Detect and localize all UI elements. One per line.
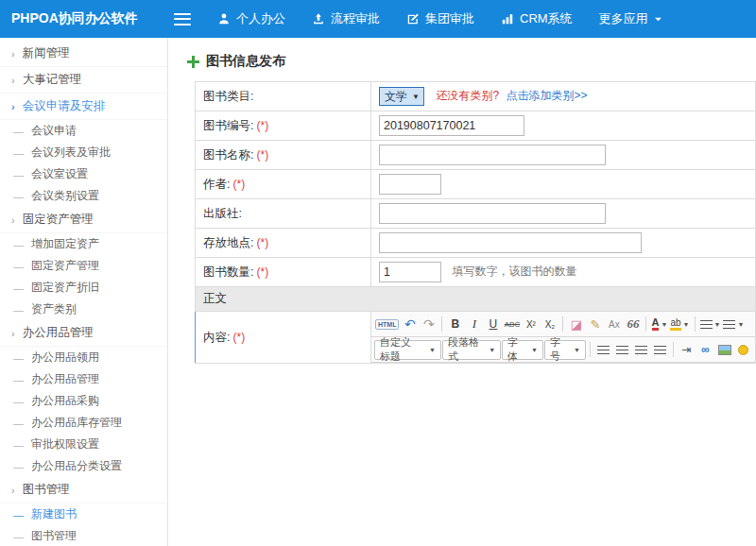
sidebar-item[interactable]: —会议类别设置 <box>0 185 167 207</box>
align-left-button[interactable] <box>594 340 612 359</box>
sidebar-item[interactable]: —办公用品库存管理 <box>0 412 167 434</box>
required-mark: (*) <box>232 331 245 344</box>
align-center-button[interactable] <box>613 340 631 359</box>
formatbrush-button[interactable]: ✎ <box>586 315 604 333</box>
field-label: 图书名称: <box>203 148 253 162</box>
sidebar-item[interactable]: ›图书管理 <box>0 477 167 503</box>
nav-process-approval[interactable]: 流程审批 <box>312 10 380 27</box>
eraser-button[interactable]: ◪ <box>567 315 585 333</box>
italic-button[interactable]: I <box>465 315 483 333</box>
category-selected-value: 文学 <box>385 89 407 105</box>
nav-personal-office[interactable]: 个人办公 <box>217 10 285 27</box>
location-input[interactable] <box>379 232 642 253</box>
ordered-list-button[interactable]: ▼ <box>722 315 745 333</box>
nav-crm-system[interactable]: CRM系统 <box>501 10 573 27</box>
editor-toolbar-row1: HTML↶↷BIUABCX²X₂◪✎Ax66A▼ab▼▼▼ <box>371 312 755 337</box>
font-size-select[interactable]: 字号▼ <box>544 340 586 360</box>
form-row-author: 作者:(*) <box>196 170 756 199</box>
arrow-icon: › <box>11 48 15 60</box>
form-row-book-name: 图书名称:(*) <box>196 141 756 170</box>
bold-button[interactable]: B <box>446 315 464 333</box>
sidebar-item[interactable]: —图书管理 <box>0 525 167 546</box>
dash-icon: — <box>13 461 24 472</box>
top-navigation: 个人办公流程审批集团审批CRM系统更多应用 <box>217 10 662 27</box>
underline-button[interactable]: U <box>484 315 502 333</box>
page-title-bar: 图书信息发布 <box>168 38 756 81</box>
dash-icon: — <box>13 261 24 272</box>
arrow-icon: › <box>11 75 15 86</box>
sidebar-item[interactable]: ›办公用品管理 <box>0 320 167 347</box>
backcolor-button[interactable]: ab▼ <box>669 315 690 333</box>
sidebar-item[interactable]: —固定资产管理 <box>0 255 167 277</box>
align-right-button[interactable] <box>632 340 650 359</box>
dash-icon: — <box>13 191 24 202</box>
sidebar-item[interactable]: ›新闻管理 <box>0 41 167 67</box>
align-justify-button[interactable] <box>651 340 669 359</box>
quantity-input[interactable] <box>379 262 441 282</box>
dash-icon: — <box>13 304 24 316</box>
sidebar-item-label: 新闻管理 <box>23 45 70 61</box>
flow-icon <box>312 12 325 26</box>
sidebar-item[interactable]: —资产类别 <box>0 299 167 320</box>
html-source-button[interactable]: HTML <box>374 315 400 333</box>
toolbar-separator <box>673 342 674 357</box>
sidebar-item[interactable]: —会议室设置 <box>0 163 167 185</box>
sidebar-item[interactable]: —固定资产折旧 <box>0 277 167 299</box>
add-category-link[interactable]: 点击添加类别>> <box>507 89 588 102</box>
superscript-button[interactable]: X² <box>522 315 540 333</box>
sidebar-item-label: 审批权限设置 <box>31 436 99 452</box>
link-button[interactable]: ∞ <box>696 340 714 359</box>
sidebar-item[interactable]: —办公用品领用 <box>0 347 167 368</box>
sidebar-item[interactable]: —办公用品采购 <box>0 390 167 412</box>
dash-icon: — <box>13 374 24 385</box>
form-section-row: 正文 <box>196 287 756 312</box>
sidebar-item[interactable]: —审批权限设置 <box>0 434 167 455</box>
dash-icon: — <box>13 126 24 137</box>
sidebar-item[interactable]: —增加固定资产 <box>0 233 167 255</box>
sidebar-item[interactable]: —新建图书 <box>0 503 167 525</box>
book-no-input[interactable] <box>379 115 524 136</box>
blockquote-button[interactable]: 66 <box>624 315 642 333</box>
menu-icon[interactable] <box>174 13 191 26</box>
font-family-select[interactable]: 字体▼ <box>502 340 543 360</box>
sidebar-item[interactable]: —办公用品分类设置 <box>0 455 167 477</box>
removeformat-button[interactable]: Ax <box>605 315 623 333</box>
redo-button[interactable]: ↷ <box>420 315 438 333</box>
required-mark: (*) <box>256 119 268 132</box>
nav-group-approval[interactable]: 集团审批 <box>406 10 474 27</box>
add-icon <box>187 56 199 68</box>
sidebar-item-label: 办公用品管理 <box>31 371 99 387</box>
strikethrough-button[interactable]: ABC <box>503 315 521 333</box>
publisher-input[interactable] <box>379 203 606 224</box>
indent-button[interactable]: ⇥ <box>678 340 696 359</box>
section-title: 正文 <box>196 287 756 312</box>
subscript-button[interactable]: X₂ <box>541 315 558 333</box>
required-mark: (*) <box>232 178 245 191</box>
category-select[interactable]: 文学 <box>379 87 424 106</box>
toolbar-separator <box>645 316 646 332</box>
dash-icon: — <box>13 418 24 429</box>
sidebar-item[interactable]: —会议申请 <box>0 120 167 142</box>
dash-icon: — <box>13 531 24 542</box>
sidebar-item[interactable]: ›会议申请及安排 <box>0 94 167 120</box>
nav-more-apps[interactable]: 更多应用 <box>599 10 662 27</box>
form-row-content: 内容:(*) HTML↶↷BIUABCX²X₂◪✎Ax66A▼ab▼▼▼ 自定义… <box>196 312 756 364</box>
top-bar: PHPOA协同办公软件 个人办公流程审批集团审批CRM系统更多应用 <box>0 0 756 38</box>
emoticon-button[interactable] <box>734 340 752 359</box>
paragraph-format-select[interactable]: 段落格式▼ <box>442 340 501 360</box>
sidebar-item[interactable]: —会议列表及审批 <box>0 142 167 163</box>
quantity-hint: 填写数字，该图书的数量 <box>452 264 576 278</box>
sidebar-item[interactable]: —办公用品管理 <box>0 368 167 390</box>
sidebar-item[interactable]: ›固定资产管理 <box>0 207 167 233</box>
unordered-list-button[interactable]: ▼ <box>699 315 722 333</box>
image-button[interactable] <box>715 340 733 359</box>
book-name-input[interactable] <box>379 145 606 165</box>
toolbar-separator <box>590 342 591 357</box>
undo-button[interactable]: ↶ <box>401 315 419 333</box>
author-input[interactable] <box>379 174 441 195</box>
sidebar-item[interactable]: ›大事记管理 <box>0 67 167 94</box>
custom-title-select[interactable]: 自定义标题▼ <box>374 340 441 360</box>
field-label: 存放地点: <box>203 236 253 249</box>
forecolor-button[interactable]: A▼ <box>650 315 668 333</box>
field-label: 出版社: <box>203 207 242 220</box>
